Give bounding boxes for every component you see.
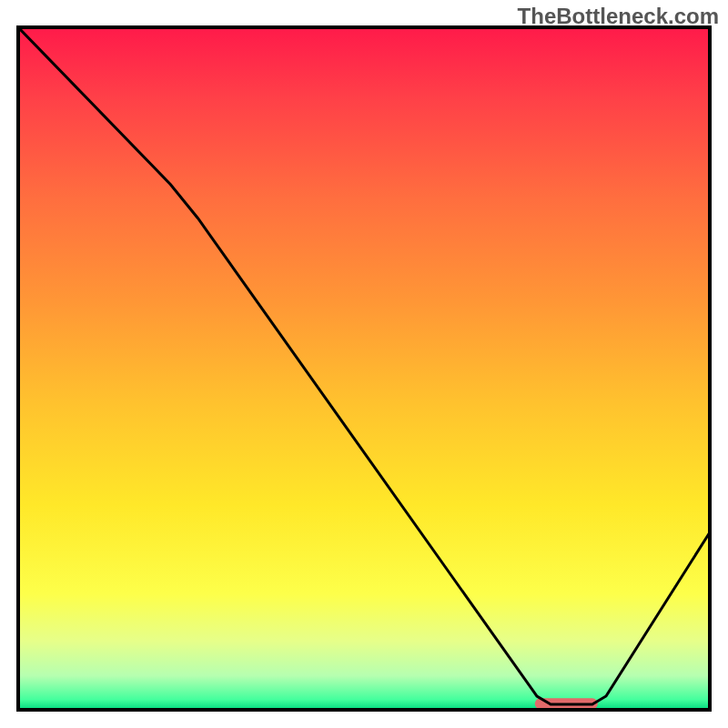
watermark-text: TheBottleneck.com [518, 4, 719, 29]
chart-svg [0, 0, 728, 728]
chart-container: TheBottleneck.com [0, 0, 728, 728]
gradient-background [18, 27, 710, 710]
